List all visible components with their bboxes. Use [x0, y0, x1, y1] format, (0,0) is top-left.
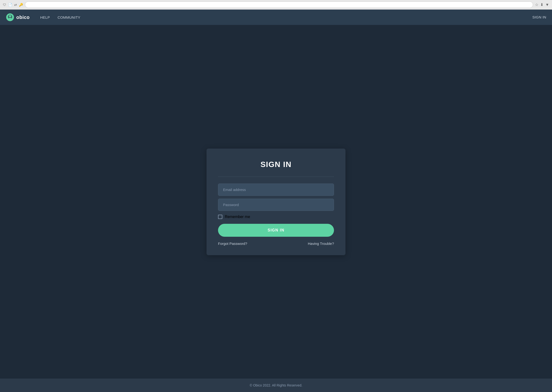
shield-icon: 🛡	[3, 3, 6, 7]
forgot-password-link[interactable]: Forgot Password?	[218, 242, 247, 245]
svg-point-1	[9, 15, 11, 17]
browser-chrome: 🛡 📄 ⇄ 🔑 localhost:3334/accounts/login/ ☆…	[0, 0, 552, 10]
address-bar[interactable]: localhost:3334/accounts/login/	[25, 1, 533, 8]
navbar: obico HELP COMMUNITY SIGN IN	[0, 10, 552, 25]
nav-community-link[interactable]: COMMUNITY	[55, 14, 83, 21]
signin-title: SIGN IN	[218, 160, 334, 169]
main-content: SIGN IN Remember me SIGN IN Forgot Passw…	[0, 25, 552, 378]
menu-icon[interactable]: ▼	[545, 3, 549, 7]
connections-icon: ⇄	[14, 3, 17, 7]
download-icon[interactable]: ⬇	[540, 2, 543, 7]
email-input[interactable]	[218, 183, 334, 196]
having-trouble-link[interactable]: Having Trouble?	[308, 242, 334, 245]
navbar-right: SIGN IN	[532, 15, 546, 19]
brand-logo-link[interactable]: obico	[6, 13, 30, 21]
remember-me-label[interactable]: Remember me	[218, 215, 334, 219]
brand-name-text: obico	[16, 15, 30, 20]
remember-me-checkbox[interactable]	[218, 215, 222, 219]
password-input[interactable]	[218, 199, 334, 211]
document-icon: 📄	[8, 3, 12, 7]
navbar-nav: HELP COMMUNITY	[37, 14, 532, 21]
footer-text: © Obico 2022. All Rights Reserved.	[250, 383, 302, 387]
footer: © Obico 2022. All Rights Reserved.	[0, 378, 552, 392]
email-form-group	[218, 183, 334, 196]
signin-card: SIGN IN Remember me SIGN IN Forgot Passw…	[207, 148, 345, 255]
star-icon[interactable]: ☆	[535, 2, 538, 7]
password-form-group	[218, 199, 334, 211]
brand-logo-icon	[6, 13, 14, 21]
form-divider	[218, 177, 334, 177]
nav-help-link[interactable]: HELP	[37, 14, 53, 21]
svg-point-2	[8, 18, 12, 20]
key-icon: 🔑	[19, 3, 23, 7]
navbar-sign-in-link[interactable]: SIGN IN	[532, 15, 546, 19]
signin-submit-button[interactable]: SIGN IN	[218, 224, 334, 237]
form-links: Forgot Password? Having Trouble?	[218, 242, 334, 245]
remember-me-text: Remember me	[225, 215, 250, 219]
